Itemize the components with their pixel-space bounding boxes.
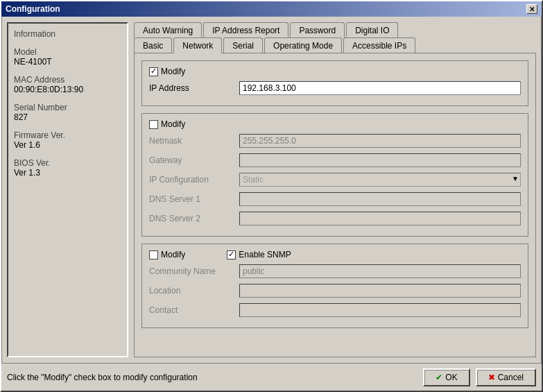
section3-modify-checkbox-wrapper: Modify (149, 250, 185, 259)
sidebar: Information Model NE-4100T MAC Address 0… (7, 22, 128, 357)
contact-row: Contact (149, 302, 521, 318)
model-value: NE-4100T (14, 57, 121, 67)
network-tab-content: Modify IP Address Modify (134, 53, 536, 357)
mac-label: MAC Address (14, 75, 121, 85)
bios-section: BIOS Ver. Ver 1.3 (14, 158, 121, 178)
ip-config-select-wrapper: StaticDHCP ▼ (239, 173, 521, 187)
ip-config-row: IP Configuration StaticDHCP ▼ (149, 172, 521, 187)
enable-snmp-label: Enable SNMP (239, 250, 291, 259)
section1-modify-row: Modify (149, 67, 521, 76)
content-area: Information Model NE-4100T MAC Address 0… (1, 17, 542, 363)
contact-label: Contact (149, 305, 239, 315)
dns1-input (239, 192, 521, 206)
netmask-input (239, 134, 521, 148)
serial-section: Serial Number 827 (14, 103, 121, 122)
window-title: Configuration (6, 4, 60, 14)
tab-password[interactable]: Password (290, 22, 345, 37)
model-label: Model (14, 47, 121, 57)
tab-row-1: Auto Warning IP Address Report Password … (134, 22, 536, 37)
contact-input (239, 303, 521, 317)
section3-modify-label[interactable]: Modify (161, 250, 185, 259)
location-label: Location (149, 286, 239, 296)
location-input (239, 284, 521, 298)
tab-digital-io[interactable]: Digital IO (346, 22, 398, 37)
ok-button[interactable]: ✔ OK (423, 368, 469, 386)
cancel-label: Cancel (498, 373, 524, 382)
ip-address-section: Modify IP Address (141, 60, 528, 106)
ip-address-row: IP Address (149, 80, 521, 96)
section3-modify-row: Modify Enable SNMP (149, 250, 521, 259)
title-bar: Configuration ✕ (1, 1, 542, 17)
gateway-label: Gateway (149, 155, 239, 165)
ok-icon: ✔ (436, 373, 442, 382)
dns1-row: DNS Server 1 (149, 191, 521, 207)
ip-config-label: IP Configuration (149, 175, 239, 185)
community-row: Community Name (149, 264, 521, 279)
ip-address-label: IP Address (149, 83, 239, 93)
dns2-input (239, 212, 521, 225)
firmware-section: Firmware Ver. Ver 1.6 (14, 130, 121, 150)
status-text: Click the "Modify" check box to modify c… (7, 373, 198, 382)
button-group: ✔ OK ✖ Cancel (423, 368, 536, 386)
enable-snmp-wrapper: Enable SNMP (227, 250, 291, 259)
mac-section: MAC Address 00:90:E8:0D:13:90 (14, 75, 121, 94)
firmware-label: Firmware Ver. (14, 130, 121, 140)
dns1-label: DNS Server 1 (149, 194, 239, 204)
cancel-button[interactable]: ✖ Cancel (476, 368, 536, 386)
cancel-icon: ✖ (488, 373, 495, 382)
ip-address-input[interactable] (239, 81, 521, 95)
tab-network[interactable]: Network (173, 37, 222, 53)
mac-value: 00:90:E8:0D:13:90 (14, 85, 121, 94)
close-button[interactable]: ✕ (526, 4, 537, 14)
ok-label: OK (445, 373, 457, 382)
tab-row-2: Basic Network Serial Operating Mode Acce… (134, 37, 536, 53)
bios-label: BIOS Ver. (14, 158, 121, 168)
section3-modify-checkbox[interactable] (149, 250, 158, 259)
ip-config-select: StaticDHCP (239, 173, 521, 187)
section2-modify-row: Modify (149, 119, 521, 129)
tab-serial[interactable]: Serial (223, 37, 263, 53)
location-row: Location (149, 283, 521, 298)
section1-modify-checkbox-wrapper: Modify (149, 67, 185, 76)
bottom-bar: Click the "Modify" check box to modify c… (1, 363, 542, 391)
serial-label: Serial Number (14, 103, 121, 112)
dns2-label: DNS Server 2 (149, 214, 239, 223)
model-section: Model NE-4100T (14, 47, 121, 67)
community-label: Community Name (149, 266, 239, 276)
tab-operating-mode[interactable]: Operating Mode (264, 37, 342, 53)
info-label: Information (14, 29, 121, 39)
section1-modify-checkbox[interactable] (149, 67, 158, 76)
gateway-row: Gateway (149, 153, 521, 168)
section2-modify-label[interactable]: Modify (161, 119, 185, 129)
tab-rows: Auto Warning IP Address Report Password … (134, 22, 536, 53)
enable-snmp-checkbox (227, 250, 236, 259)
tab-ip-address-report[interactable]: IP Address Report (203, 22, 288, 37)
tab-basic[interactable]: Basic (134, 37, 172, 53)
section2-modify-checkbox[interactable] (149, 120, 158, 129)
tab-auto-warning[interactable]: Auto Warning (134, 22, 202, 37)
gateway-input (239, 153, 521, 167)
configuration-window: Configuration ✕ Information Model NE-410… (0, 0, 543, 392)
section1-modify-label[interactable]: Modify (161, 67, 185, 76)
netmask-label: Netmask (149, 136, 239, 146)
community-input (239, 264, 521, 278)
netmask-row: Netmask (149, 133, 521, 148)
tab-accessible-ips[interactable]: Accessible IPs (343, 37, 415, 53)
network-config-section: Modify Netmask Gateway IP Configuration (141, 113, 528, 237)
dns2-row: DNS Server 2 (149, 211, 521, 226)
firmware-value: Ver 1.6 (14, 140, 121, 150)
info-section: Information (14, 29, 121, 39)
serial-value: 827 (14, 112, 121, 122)
bios-value: Ver 1.3 (14, 168, 121, 178)
main-panel: Auto Warning IP Address Report Password … (134, 22, 536, 357)
snmp-section: Modify Enable SNMP Community Name Locati… (141, 244, 528, 328)
section2-modify-checkbox-wrapper: Modify (149, 119, 185, 129)
